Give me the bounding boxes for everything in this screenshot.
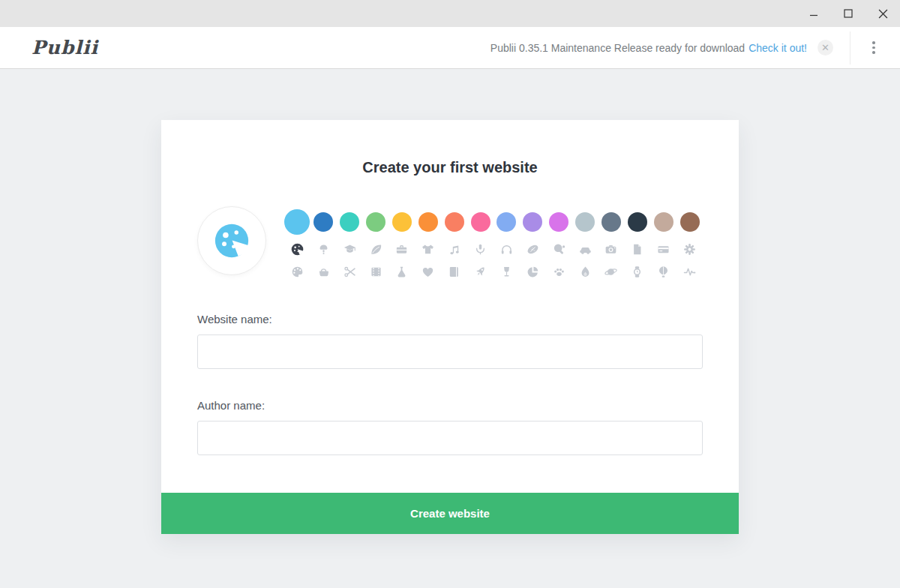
heart-icon[interactable] [421, 264, 436, 279]
table-tennis-icon[interactable] [551, 242, 566, 256]
author-name-input[interactable] [197, 421, 703, 455]
create-website-card: Create your first website Website name: … [161, 120, 739, 534]
app-header: Publii Publii 0.35.1 Maintenance Release… [0, 27, 900, 69]
gear-icon[interactable] [682, 242, 698, 256]
palette-icon[interactable] [290, 264, 304, 279]
pie-chart-icon[interactable] [525, 264, 540, 279]
window-titlebar [0, 0, 900, 27]
color-swatch-row [284, 206, 703, 238]
pizza-icon[interactable] [290, 242, 304, 256]
basket-icon[interactable] [316, 264, 331, 279]
wine-glass-icon[interactable] [499, 264, 514, 279]
flask-icon[interactable] [394, 264, 410, 279]
minimize-icon[interactable] [796, 0, 831, 27]
color-swatch-3[interactable] [366, 212, 386, 232]
create-website-button[interactable]: Create website [161, 493, 739, 534]
paw-icon[interactable] [551, 264, 566, 279]
color-swatch-11[interactable] [575, 212, 595, 232]
author-name-label: Author name: [197, 399, 703, 412]
color-swatch-0[interactable] [284, 209, 310, 235]
dismiss-notification-icon[interactable]: ✕ [818, 40, 833, 56]
tshirt-icon[interactable] [421, 242, 436, 256]
music-note-icon[interactable] [447, 242, 462, 256]
color-swatch-15[interactable] [680, 212, 700, 232]
car-icon[interactable] [578, 242, 592, 256]
color-swatch-8[interactable] [496, 212, 516, 232]
planet-icon[interactable] [604, 264, 619, 279]
color-swatch-6[interactable] [445, 212, 464, 232]
pulse-icon[interactable] [682, 264, 698, 279]
rocket-icon[interactable] [473, 264, 488, 279]
microphone-icon[interactable] [473, 242, 488, 256]
leaf-icon[interactable] [368, 242, 383, 256]
toolbox-icon[interactable] [394, 242, 410, 256]
color-swatch-14[interactable] [654, 212, 674, 232]
color-swatch-12[interactable] [602, 212, 621, 232]
color-swatch-4[interactable] [392, 212, 412, 232]
document-icon[interactable] [630, 242, 645, 256]
color-swatch-7[interactable] [471, 212, 490, 232]
website-name-input[interactable] [197, 334, 703, 369]
hot-air-balloon-icon[interactable] [656, 264, 671, 279]
maximize-icon[interactable] [831, 0, 866, 27]
headphones-icon[interactable] [499, 242, 514, 256]
check-it-out-link[interactable]: Check it out! [748, 42, 807, 54]
icon-row-1 [284, 238, 703, 260]
credit-card-icon[interactable] [656, 242, 671, 256]
avatar-picker [197, 206, 703, 283]
flame-icon[interactable] [578, 264, 592, 279]
color-swatch-2[interactable] [340, 212, 359, 232]
update-notification-text: Publii 0.35.1 Maintenance Release ready … [490, 42, 745, 54]
scissors-icon[interactable] [342, 264, 357, 279]
website-name-label: Website name: [197, 313, 703, 326]
publii-logo: Publii [32, 37, 98, 58]
color-swatch-1[interactable] [314, 212, 333, 232]
close-icon[interactable] [866, 0, 900, 27]
graduation-cap-icon[interactable] [342, 242, 357, 256]
color-swatch-10[interactable] [549, 212, 568, 232]
book-icon[interactable] [447, 264, 462, 279]
page-title: Create your first website [197, 159, 703, 176]
website-avatar-preview [197, 206, 266, 275]
icon-row-2 [284, 260, 703, 283]
film-icon[interactable] [368, 264, 383, 279]
header-divider [850, 32, 850, 64]
color-swatch-5[interactable] [418, 212, 438, 232]
football-icon[interactable] [525, 242, 540, 256]
color-swatch-13[interactable] [628, 212, 647, 232]
watch-icon[interactable] [630, 264, 645, 279]
balloon-icon[interactable] [316, 242, 331, 256]
main-area: Create your first website Website name: … [0, 120, 900, 588]
kebab-menu-icon[interactable] [867, 39, 880, 57]
color-swatch-9[interactable] [523, 212, 542, 232]
camera-icon[interactable] [604, 242, 619, 256]
